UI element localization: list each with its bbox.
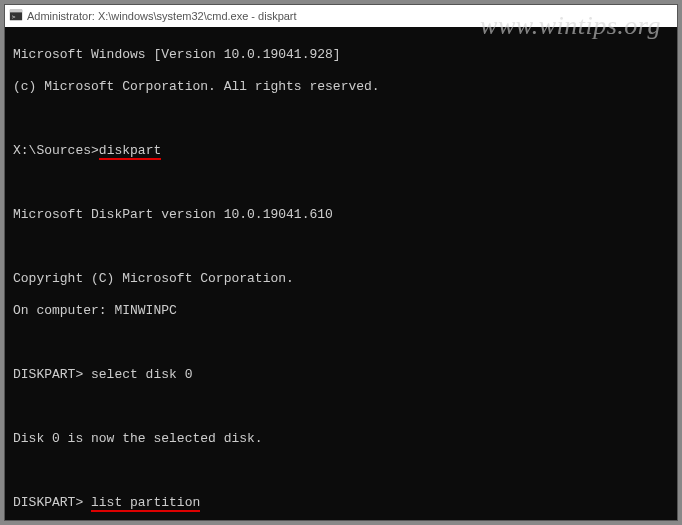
cmd-icon: >_	[9, 8, 23, 24]
text-line: Disk 0 is now the selected disk.	[13, 431, 669, 447]
diskpart-prompt: DISKPART>	[13, 367, 91, 382]
blank-line	[13, 463, 669, 479]
text-line: Microsoft Windows [Version 10.0.19041.92…	[13, 47, 669, 63]
blank-line	[13, 399, 669, 415]
text-line: Copyright (C) Microsoft Corporation.	[13, 271, 669, 287]
cmd-diskpart: diskpart	[99, 143, 161, 160]
diskpart-prompt: DISKPART>	[13, 495, 91, 510]
terminal-output[interactable]: Microsoft Windows [Version 10.0.19041.92…	[5, 27, 677, 520]
cmd-window: >_ Administrator: X:\windows\system32\cm…	[4, 4, 678, 521]
cmd-list-partition: list partition	[91, 495, 200, 512]
text-line: On computer: MINWINPC	[13, 303, 669, 319]
cmd-select-disk: select disk 0	[91, 367, 192, 382]
text-line: (c) Microsoft Corporation. All rights re…	[13, 79, 669, 95]
blank-line	[13, 175, 669, 191]
text-line: Microsoft DiskPart version 10.0.19041.61…	[13, 207, 669, 223]
prompt-line: X:\Sources>diskpart	[13, 143, 669, 159]
svg-text:>_: >_	[12, 13, 20, 21]
prompt-prefix: X:\Sources>	[13, 143, 99, 158]
blank-line	[13, 335, 669, 351]
prompt-line: DISKPART> list partition	[13, 495, 669, 511]
blank-line	[13, 111, 669, 127]
prompt-line: DISKPART> select disk 0	[13, 367, 669, 383]
window-title: Administrator: X:\windows\system32\cmd.e…	[27, 10, 297, 22]
titlebar[interactable]: >_ Administrator: X:\windows\system32\cm…	[5, 5, 677, 27]
blank-line	[13, 239, 669, 255]
